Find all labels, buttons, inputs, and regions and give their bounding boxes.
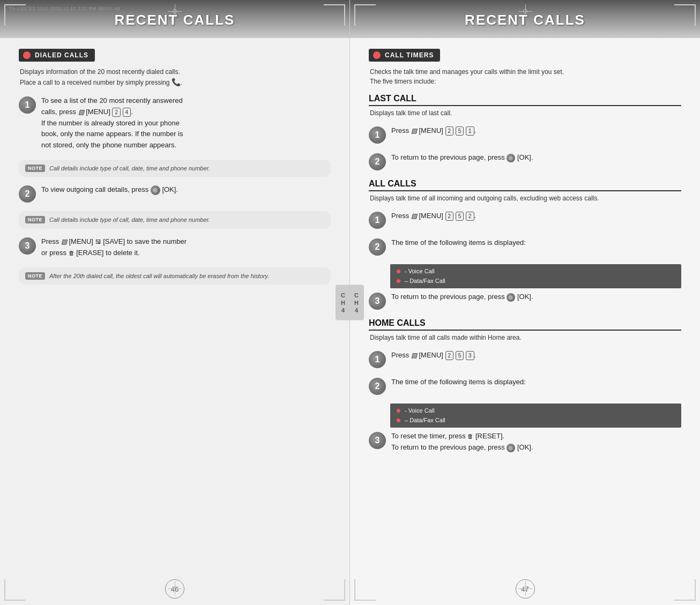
ac-step-1-num: 1 [369, 212, 386, 229]
step-1-text: To see a list of the 20 most recently an… [41, 95, 331, 151]
badge-dot [23, 51, 31, 59]
ok-icon-2: ◎ [151, 185, 160, 195]
bullet-dot-2 [397, 279, 400, 283]
all-calls-step-3: 3 To return to the previous page, press … [369, 292, 681, 310]
right-page: RECENT CALLS CALL TIMERS Checks the talk… [350, 0, 700, 605]
all-calls-header: ALL CALLS [369, 179, 681, 191]
corner-br [324, 579, 345, 601]
key-2: 2 [112, 108, 121, 117]
hc-step-2-text: The time of the following items is displ… [391, 377, 681, 388]
ac-k2: 2 [445, 212, 454, 221]
note-1-label: NOTE [25, 165, 45, 172]
ch-line3: 4 [341, 307, 345, 313]
crosshair-bottom-left [168, 581, 182, 595]
badge-label-right: CALL TIMERS [385, 51, 434, 59]
step-2-num: 2 [19, 185, 36, 203]
ac-menu-icon: ▧ [411, 211, 417, 221]
step-3: 3 Press ▧ [MENU] 🖫 [SAVE] to save the nu… [19, 236, 331, 259]
save-icon: 🖫 [95, 238, 101, 245]
left-page: TX-110CES 1210 2003.12.10 3:22 PM 페이지 46… [0, 0, 350, 605]
hc-bullet-dot-1 [397, 409, 400, 413]
desc-line1: Displays information of the 20 most rece… [20, 68, 180, 76]
lc-k1: 1 [466, 126, 474, 136]
bullet-dot-1 [397, 270, 400, 273]
right-corner-bl [354, 579, 376, 601]
hc-bullet-dot-2 [397, 419, 400, 422]
chapter-tab-right: C H 4 [349, 285, 364, 320]
note-2-label: NOTE [25, 272, 45, 280]
last-call-step-1: 1 Press ▧ [MENU] 2 5 1. [369, 125, 681, 144]
badge-label: DIALED CALLS [35, 51, 88, 59]
desc-period: . [181, 79, 182, 86]
hc-step-3-num: 3 [369, 432, 386, 449]
right-description: Checks the talk time and manages your ca… [369, 67, 681, 86]
lc-ok-icon: ◎ [507, 154, 515, 162]
crosshair-bottom-right [518, 581, 532, 595]
last-call-header: LAST CALL [369, 94, 681, 106]
all-calls-bullet-2-text: – Data/Fax Call [405, 277, 445, 286]
hc-k5: 5 [456, 351, 464, 360]
menu-icon-3: ▧ [61, 237, 67, 247]
ac-ok-icon: ◎ [507, 293, 515, 302]
ch-line1: C [341, 292, 345, 298]
ac-step-3-text: To return to the previous page, press ◎ … [391, 292, 681, 303]
home-calls-step-3: 3 To reset the timer, press 🗑 [RESET]. T… [369, 431, 681, 453]
home-calls-bullet-2-text: – Data/Fax Call [405, 416, 445, 425]
rch-line1: C [354, 292, 359, 298]
dialed-calls-badge: DIALED CALLS [19, 49, 95, 62]
erase-icon: 🗑 [69, 250, 75, 256]
note-2-text: After the 20th dialed call, the oldest c… [49, 272, 269, 281]
step-1: 1 To see a list of the 20 most recently … [19, 95, 331, 151]
home-calls-bullet-1-text: - Voice Call [405, 406, 435, 416]
reset-icon: 🗑 [467, 433, 473, 439]
rch-line3: 4 [355, 307, 358, 313]
home-calls-header: HOME CALLS [369, 318, 681, 331]
hc-k2: 2 [445, 351, 454, 360]
ch-line2: H [341, 299, 345, 305]
lc-k2: 2 [445, 126, 454, 136]
home-calls-bullets: - Voice Call – Data/Fax Call [390, 404, 681, 428]
rch-line2: H [354, 299, 359, 305]
ac-step-1-text: Press ▧ [MENU] 2 5 2. [391, 211, 681, 222]
hc-k3: 3 [466, 351, 474, 360]
all-calls-desc: Displays talk time of all incoming and o… [369, 193, 681, 203]
home-calls-bullet-2: – Data/Fax Call [397, 416, 675, 425]
lc-step-2-num: 2 [369, 153, 386, 170]
home-calls-step-1: 1 Press ▧ [MENU] 2 5 3. [369, 350, 681, 368]
ac-step-3-num: 3 [369, 293, 386, 310]
chapter-tab-left: C H 4 [336, 285, 351, 320]
note-1-text: Call details include type of call, date,… [49, 164, 210, 173]
right-desc-1: Checks the talk time and manages your ca… [370, 68, 564, 76]
meta-text: TX-110CES 1210 2003.12.10 3:22 PM 페이지 46 [9, 5, 120, 12]
note-1: NOTE Call details include type of call, … [19, 160, 331, 177]
home-calls-desc: Displays talk time of all calls made wit… [369, 333, 681, 342]
lc-step-1-text: Press ▧ [MENU] 2 5 1. [391, 125, 681, 137]
hc-step-1-text: Press ▧ [MENU] 2 5 3. [391, 350, 681, 361]
note-between-label: NOTE [25, 216, 45, 223]
hc-step-3-text: To reset the timer, press 🗑 [RESET]. To … [391, 431, 681, 453]
step-3-num: 3 [19, 237, 36, 255]
note-between-text: Call details include type of call, date,… [49, 215, 210, 225]
step-1-num: 1 [19, 96, 36, 114]
last-call-desc: Displays talk time of last call. [369, 108, 681, 118]
hc-ok-icon: ◎ [507, 444, 515, 452]
key-4: 4 [123, 108, 131, 117]
step-3-text: Press ▧ [MENU] 🖫 [SAVE] to save the numb… [41, 236, 331, 259]
lc-step-1-num: 1 [369, 126, 386, 144]
right-corner-tr [674, 4, 696, 26]
all-calls-bullet-1: - Voice Call [397, 267, 675, 277]
all-calls-step-2: 2 The time of the following items is dis… [369, 237, 681, 256]
step-2: 2 To view outgoing call details, press ◎… [19, 184, 331, 203]
crosshair-top [168, 4, 182, 18]
home-calls-bullet-1: - Voice Call [397, 406, 675, 416]
all-calls-bullet-1-text: - Voice Call [405, 267, 435, 277]
desc-line2: Place a call to a received number by sim… [20, 79, 172, 86]
ac-step-2-text: The time of the following items is displ… [391, 237, 681, 249]
lc-step-2-text: To return to the previous page, press ◎ … [391, 152, 681, 163]
call-timers-badge: CALL TIMERS [369, 49, 440, 62]
all-calls-step-1: 1 Press ▧ [MENU] 2 5 2. [369, 211, 681, 229]
right-content: CALL TIMERS Checks the talk time and man… [350, 49, 700, 574]
all-calls-bullet-2: – Data/Fax Call [397, 277, 675, 286]
hc-step-1-num: 1 [369, 351, 386, 368]
ac-k2b: 2 [466, 212, 474, 221]
